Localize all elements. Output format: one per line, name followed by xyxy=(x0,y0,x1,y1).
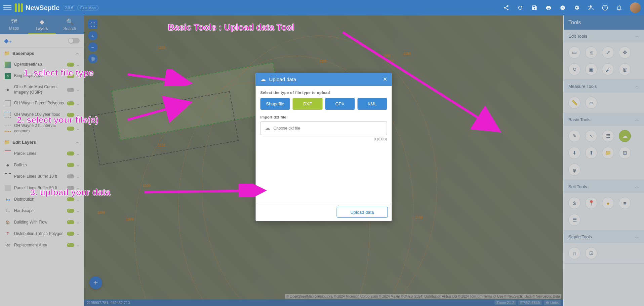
layer-item[interactable]: 🛏Distribution⌄ xyxy=(0,194,84,205)
transform-tool[interactable]: ⤢ xyxy=(602,46,614,59)
layer-item[interactable]: OH Wayne 2 ft. interval contours⌄ xyxy=(0,121,84,136)
layer-toggle[interactable] xyxy=(67,63,74,67)
chevron-down-icon[interactable]: ⌄ xyxy=(76,101,80,106)
layer-toggle[interactable] xyxy=(67,209,74,213)
layer-toggle[interactable] xyxy=(67,163,74,167)
layer-toggle[interactable] xyxy=(67,243,74,247)
report-icon[interactable]: R xyxy=(559,4,566,11)
layer-toggle[interactable] xyxy=(67,113,74,117)
filetype-kml-button[interactable]: KML xyxy=(357,98,387,110)
grid-tool[interactable]: ⊞ xyxy=(619,147,631,159)
measure-area-tool[interactable]: ▱ xyxy=(585,97,597,109)
tool-section-header[interactable]: Septic Tools︿ xyxy=(564,230,644,243)
cloud-download-tool[interactable]: ⬇ xyxy=(568,147,580,159)
chevron-down-icon[interactable]: ⌄ xyxy=(76,197,80,202)
layer-item[interactable]: 🏠Building With Flow⌄ xyxy=(0,216,84,228)
chevron-down-icon[interactable]: ⌄ xyxy=(76,231,80,236)
filetype-shapefile-button[interactable]: Shapefile xyxy=(260,98,290,110)
soil-layers-tool[interactable]: ☰ xyxy=(568,214,580,226)
pencil-tool[interactable]: ✎ xyxy=(568,130,580,142)
chevron-down-icon[interactable]: ⌄ xyxy=(76,62,80,67)
sidebar-tab-maps[interactable]: 🗺Maps xyxy=(0,15,28,34)
chevron-down-icon[interactable]: ⌄ xyxy=(76,220,80,225)
upload-data-tool[interactable]: ☁ xyxy=(619,130,631,142)
edit-node-tool[interactable]: ▣ xyxy=(585,63,597,75)
layer-item[interactable]: OpenstreetMap⌄ xyxy=(0,59,84,70)
tool-section-header[interactable]: Basic Tools︿ xyxy=(564,113,644,126)
layer-item[interactable]: ReReplacement Area⌄ xyxy=(0,239,84,251)
info-icon[interactable] xyxy=(602,4,608,11)
layer-item[interactable]: OH Wayne 100 year flood⌄ xyxy=(0,109,84,121)
bell-icon[interactable] xyxy=(616,4,622,11)
map-name-badge[interactable]: First Map xyxy=(77,5,99,10)
layer-toggle[interactable] xyxy=(67,74,74,78)
tool-section-header[interactable]: Measure Tools︿ xyxy=(564,80,644,93)
chevron-down-icon[interactable]: ⌄ xyxy=(76,174,80,179)
chevron-down-icon[interactable]: ⌄ xyxy=(76,112,80,117)
sidebar-tab-search[interactable]: 🔍Search xyxy=(56,15,84,34)
upload-data-button[interactable]: Upload data xyxy=(336,207,388,218)
filetype-gpx-button[interactable]: GPX xyxy=(325,98,355,110)
layer-item[interactable]: Parcel Lines Buffer 10 ft⌄ xyxy=(0,171,84,182)
refresh-icon[interactable] xyxy=(517,4,524,11)
tool-section-header[interactable]: Edit Tools︿ xyxy=(564,30,644,42)
folder-tool[interactable]: 📁 xyxy=(602,147,614,159)
chevron-down-icon[interactable]: ⌄ xyxy=(76,126,80,131)
layer-toggle[interactable] xyxy=(67,88,74,92)
layer-item[interactable]: Parcel Lines Buffer 50 ft⌄ xyxy=(0,182,84,194)
layer-item[interactable]: ◆Buffers⌄ xyxy=(0,159,84,171)
file-picker[interactable]: ☁ Choose dxf file xyxy=(260,121,387,135)
chevron-down-icon[interactable]: ⌄ xyxy=(76,208,80,213)
layer-toggle[interactable] xyxy=(67,127,74,131)
close-icon[interactable]: ✕ xyxy=(383,76,387,82)
layer-toggle[interactable] xyxy=(67,151,74,156)
move-tool[interactable]: ✥ xyxy=(619,46,631,59)
delete-tool[interactable]: 🗑 xyxy=(619,63,631,75)
rotate-tool[interactable]: ↻ xyxy=(568,63,580,75)
map-canvas[interactable]: 1106 1106 1106 1106 1102 1100 1098 1096 … xyxy=(84,15,563,306)
layer-item[interactable]: bBing Maps Aerial⌄ xyxy=(0,70,84,82)
share-icon[interactable] xyxy=(503,4,510,11)
filetype-dxf-button[interactable]: DXF xyxy=(293,98,322,110)
soil-pin-tool[interactable]: 📍 xyxy=(585,197,597,209)
chevron-down-icon[interactable]: ⌄ xyxy=(76,163,80,167)
chevron-down-icon[interactable]: ⌄ xyxy=(76,151,80,156)
soil-circle-tool[interactable]: ● xyxy=(602,197,614,209)
layer-toggle[interactable] xyxy=(67,186,74,190)
layer-item[interactable]: HₛHardscape⌄ xyxy=(0,205,84,216)
measure-distance-tool[interactable]: 📏 xyxy=(568,97,580,109)
sidebar-view-toggle[interactable] xyxy=(68,38,80,43)
soil-list-tool[interactable]: ≡ xyxy=(619,197,631,209)
list-tool[interactable]: ☰ xyxy=(602,130,614,142)
pointer-tool[interactable]: ↖ xyxy=(585,130,597,142)
save-icon[interactable] xyxy=(531,4,538,11)
settings-icon[interactable] xyxy=(573,4,580,11)
cloud-upload-tool[interactable]: ⬆ xyxy=(585,147,597,159)
copy-tool[interactable]: ⎘ xyxy=(585,46,597,59)
brush-tool[interactable]: 🖌 xyxy=(602,63,614,75)
chevron-down-icon[interactable]: ⌄ xyxy=(76,74,80,78)
sidebar-tab-layers[interactable]: ◆Layers xyxy=(28,15,56,34)
chevron-down-icon[interactable]: ⌄ xyxy=(76,243,80,247)
layer-item[interactable]: Parcel Lines⌄ xyxy=(0,148,84,159)
tools-icon[interactable] xyxy=(588,4,594,11)
print-icon[interactable] xyxy=(545,4,552,11)
menu-icon[interactable] xyxy=(3,4,11,12)
phi-tool[interactable]: φ xyxy=(568,164,580,176)
septic-pipe-tool[interactable]: ⎍ xyxy=(568,247,580,259)
septic-tank-tool[interactable]: ⊡ xyxy=(585,247,597,259)
layer-toggle[interactable] xyxy=(67,232,74,236)
tool-section-header[interactable]: Soil Tools︿ xyxy=(564,180,644,193)
chevron-down-icon[interactable]: ⌄ xyxy=(76,185,80,190)
add-layer-icon[interactable]: ◆₊ xyxy=(4,37,12,44)
section-basemaps[interactable]: 📁 Basemaps ︿ xyxy=(0,47,84,59)
layer-item[interactable]: OH Wayne Parcel Polygons⌄ xyxy=(0,98,84,109)
user-avatar[interactable] xyxy=(630,2,641,13)
layer-toggle[interactable] xyxy=(67,174,74,178)
layer-toggle[interactable] xyxy=(67,197,74,201)
layer-toggle[interactable] xyxy=(67,220,74,224)
select-tool[interactable]: ▭ xyxy=(568,46,580,59)
chevron-down-icon[interactable]: ⌄ xyxy=(76,88,80,92)
layer-toggle[interactable] xyxy=(67,101,74,105)
section-edit-layers[interactable]: 📁 Edit Layers ︿ xyxy=(0,136,84,148)
